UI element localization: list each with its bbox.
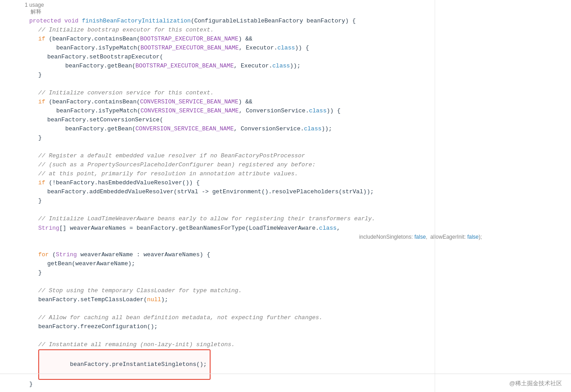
plain-text: , ConversionService.	[239, 107, 309, 116]
plain-text: }	[38, 134, 42, 143]
plain-text: }	[38, 268, 42, 277]
code-line: beanFactory.freezeConfiguration();	[25, 322, 571, 331]
code-line: // (such as a PropertySourcesPlaceholder…	[25, 160, 571, 169]
code-line: }	[25, 134, 571, 143]
comment-text: // at this point, primarily for resoluti…	[38, 169, 298, 178]
param-comma: ,	[426, 234, 430, 240]
code-line-special: String[] weaverAwareNames = beanFactory.…	[25, 223, 571, 250]
plain-text: )) {	[327, 107, 341, 116]
code-line: beanFactory.getBean(CONVERSION_SERVICE_B…	[25, 125, 571, 134]
code-line: }	[25, 268, 571, 277]
plain-text: (ConfigurableListableBeanFactory beanFac…	[191, 17, 356, 26]
plain-text: beanFactory.getBean(	[65, 62, 135, 71]
plain-text	[61, 17, 64, 26]
code-line: // Instantiate all remaining (non-lazy-i…	[25, 340, 571, 349]
code-line: beanFactory.getBean(BOOTSTRAP_EXECUTOR_B…	[25, 62, 571, 71]
comment-text: // Instantiate all remaining (non-lazy-i…	[38, 340, 235, 349]
plain-text: , ConversionService.	[234, 125, 304, 134]
plain-text: );	[161, 295, 168, 304]
keyword-class: class	[278, 44, 295, 53]
code-area: protected void finishBeanFactoryInitiali…	[0, 17, 571, 389]
plain-text: beanFactory.getBean(	[65, 125, 135, 134]
comment-text: // Stop using the temporary ClassLoader …	[38, 286, 242, 295]
code-line: beanFactory.setConversionService(	[25, 116, 571, 125]
plain-text: (	[49, 250, 56, 259]
code-line: if (beanFactory.containsBean(CONVERSION_…	[25, 98, 571, 107]
plain-text: ,	[337, 224, 347, 233]
usage-count: 1 usage	[25, 2, 44, 8]
code-line: // Allow for caching all bean definition…	[25, 313, 571, 322]
explain-line: 解释	[0, 8, 571, 17]
plain-text: }	[38, 71, 42, 80]
plain-text: (beanFactory.containsBean(	[45, 98, 140, 107]
blank-line	[25, 304, 571, 313]
plain-text: beanFactory.isTypeMatch(	[56, 44, 140, 53]
blank-line	[25, 80, 571, 89]
code-line: getBean(weaverAwareName);	[25, 259, 571, 268]
code-line: beanFactory.setTempClassLoader(null);	[25, 295, 571, 304]
keyword-void: void	[64, 17, 78, 26]
bottom-divider	[0, 374, 571, 374]
plain-text: ) &&	[238, 35, 252, 44]
code-line: }	[25, 196, 571, 205]
plain-text: ));	[322, 125, 332, 134]
explain-text: 解释	[31, 9, 41, 15]
plain-text: beanFactory.setTempClassLoader(	[38, 295, 147, 304]
code-line: // Initialize conversion service for thi…	[25, 89, 571, 98]
highlighted-code: beanFactory.preInstantiateSingletons();	[38, 349, 211, 380]
keyword-class: class	[309, 107, 327, 116]
keyword-string: String	[38, 224, 59, 233]
usage-line: 1 usage	[0, 0, 571, 8]
plain-text: beanFactory.setBootstrapExecutor(	[47, 53, 163, 62]
code-line: }	[25, 71, 571, 80]
code-line: beanFactory.addEmbeddedValueResolver(str…	[25, 187, 571, 196]
keyword-if: if	[38, 178, 45, 187]
footer-text: @稀土掘金技术社区	[509, 380, 562, 387]
plain-text: }	[38, 196, 42, 205]
plain-text: (beanFactory.containsBean(	[45, 35, 140, 44]
keyword-if: if	[38, 98, 45, 107]
highlighted-line: beanFactory.preInstantiateSingletons();	[25, 349, 571, 380]
plain-text: ));	[290, 62, 300, 71]
const-name: BOOTSTRAP_EXECUTOR_BEAN_NAME	[140, 35, 238, 44]
code-line: if (!beanFactory.hasEmbeddedValueResolve…	[25, 178, 571, 187]
keyword-if: if	[38, 35, 45, 44]
code-line: for (String weaverAwareName : weaverAwar…	[25, 250, 571, 259]
footer: @稀土掘金技术社区	[509, 379, 562, 388]
plain-text: beanFactory.addEmbeddedValueResolver(str…	[47, 187, 374, 196]
plain-text	[78, 17, 82, 26]
keyword-protected: protected	[29, 17, 61, 26]
code-line: beanFactory.setBootstrapExecutor(	[25, 53, 571, 62]
keyword-class: class	[272, 62, 290, 71]
keyword-class: class	[304, 125, 322, 134]
plain-text: (!beanFactory.hasEmbeddedValueResolver()…	[45, 178, 200, 187]
inline-params: includeNonSingletons: false, allowEagerI…	[347, 223, 482, 250]
code-line: // Stop using the temporary ClassLoader …	[25, 286, 571, 295]
code-line: // Initialize bootstrap executor for thi…	[25, 26, 571, 35]
plain-text: , Executor.	[234, 62, 272, 71]
code-line: protected void finishBeanFactoryInitiali…	[25, 17, 571, 26]
plain-text: )) {	[295, 44, 309, 53]
comment-text: // Initialize bootstrap executor for thi…	[38, 26, 214, 35]
const-name: CONVERSION_SERVICE_BEAN_NAME	[135, 125, 234, 134]
keyword-for: for	[38, 250, 49, 259]
param-val2: false	[467, 234, 478, 240]
const-name: CONVERSION_SERVICE_BEAN_NAME	[140, 98, 238, 107]
plain-text: }	[29, 380, 33, 389]
code-line: if (beanFactory.containsBean(BOOTSTRAP_E…	[25, 35, 571, 44]
param-end: );	[479, 234, 482, 240]
code-line: // Register a default embedded value res…	[25, 151, 571, 160]
comment-text: // Initialize LoadTimeWeaverAware beans …	[38, 214, 375, 223]
plain-text: ) &&	[238, 98, 252, 107]
code-line: beanFactory.isTypeMatch(CONVERSION_SERVI…	[25, 107, 571, 116]
blank-line	[25, 277, 571, 286]
code-line: // Initialize LoadTimeWeaverAware beans …	[25, 214, 571, 223]
code-line: // at this point, primarily for resoluti…	[25, 169, 571, 178]
code-line: beanFactory.isTypeMatch(BOOTSTRAP_EXECUT…	[25, 44, 571, 53]
highlighted-text: beanFactory.preInstantiateSingletons();	[70, 361, 207, 368]
comment-text: // (such as a PropertySourcesPlaceholder…	[38, 160, 315, 169]
code-container: 1 usage 解释 protected void finishBeanFact…	[0, 0, 571, 392]
vertical-divider	[435, 0, 435, 392]
blank-line	[25, 143, 571, 151]
const-name: BOOTSTRAP_EXECUTOR_BEAN_NAME	[140, 44, 238, 53]
